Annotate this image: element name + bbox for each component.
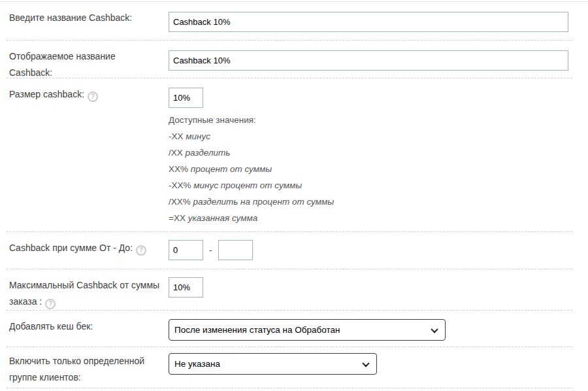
cashback-name-input[interactable] (169, 12, 568, 32)
hint-line: /XX разделить (169, 144, 572, 161)
hint-code: -XX (169, 131, 184, 141)
cashback-size-field: Доступные значения: -XX минус /XX раздел… (169, 86, 572, 226)
hint-line: -XX минус (169, 128, 572, 144)
chevron-down-icon (431, 326, 438, 333)
hint-desc: минус процент от суммы (193, 180, 302, 190)
hint-desc: минус (186, 131, 210, 141)
help-icon[interactable]: ? (88, 92, 98, 102)
sum-range-field: - (169, 240, 572, 260)
hint-code: -XX% (169, 180, 191, 190)
help-icon[interactable]: ? (45, 299, 56, 309)
hint-line: /XX% разделить на процент от суммы (169, 194, 572, 210)
hint-desc: процент от суммы (191, 164, 272, 174)
add-mode-label: Добавлять кеш бек: (9, 318, 169, 335)
hint-line: -XX% минус процент от суммы (169, 177, 572, 194)
range-from-input[interactable] (169, 240, 203, 260)
customer-group-field: Не указана (169, 353, 572, 375)
form-row-sum-range: Cashback при сумме От - До:? - (7, 232, 572, 269)
hint-code: =XX (169, 213, 186, 223)
chevron-down-icon (362, 360, 369, 367)
customer-group-label-text: Включить только определенной группе клие… (9, 356, 144, 382)
max-cashback-label: Максимальный Cashback от суммы заказа :? (9, 277, 169, 310)
hints-title: Доступные значения: (169, 112, 572, 128)
max-cashback-input[interactable] (169, 277, 203, 298)
hint-code: /XX (169, 148, 183, 158)
hint-code: /XX% (169, 197, 191, 207)
range-separator: - (209, 245, 212, 256)
help-icon[interactable]: ? (136, 245, 146, 256)
max-cashback-label-text: Максимальный Cashback от суммы заказа : (9, 280, 159, 307)
cashback-size-input[interactable] (169, 88, 203, 108)
customer-group-label: Включить только определенной группе клие… (9, 353, 169, 386)
form-row-add-mode: Добавлять кеш бек: После изменения стату… (7, 311, 572, 347)
hint-desc: разделить на процент от суммы (193, 197, 335, 207)
hint-code: XX% (169, 164, 188, 174)
sum-range-label: Cashback при сумме От - До:? (9, 240, 169, 256)
cashback-name-label-text: Введите название Cashback: (9, 12, 132, 23)
form-row-customer-group: Включить только определенной группе клие… (7, 347, 572, 388)
cashback-size-label: Размер cashback:? (9, 86, 169, 103)
form-row-cashback-size: Размер cashback:? Доступные значения: -X… (7, 78, 572, 232)
max-cashback-field (169, 277, 572, 298)
form-row-display-name: Отображаемое название Cashback: (7, 41, 572, 78)
hint-desc: указанная сумма (188, 213, 258, 223)
add-mode-label-text: Добавлять кеш бек: (9, 321, 93, 332)
cashback-name-label: Введите название Cashback: (9, 10, 169, 26)
hint-line: =XX указанная сумма (169, 210, 572, 226)
cashback-settings-form: Введите название Cashback: Отображаемое … (0, 0, 588, 391)
add-cashback-select[interactable]: После изменения статуса на Обработан (169, 319, 446, 341)
add-mode-field: После изменения статуса на Обработан (169, 318, 572, 341)
sum-range-label-text: Cashback при сумме От - До: (9, 243, 133, 253)
customer-group-select-value: Не указана (174, 359, 220, 369)
hint-line: XX% процент от суммы (169, 161, 572, 177)
form-row-max-cashback: Максимальный Cashback от суммы заказа :? (7, 269, 572, 311)
range-to-input[interactable] (218, 240, 253, 260)
display-name-field (169, 48, 572, 71)
cashback-name-field (169, 10, 572, 32)
display-name-label-text: Отображаемое название Cashback: (9, 51, 116, 78)
size-hints: Доступные значения: -XX минус /XX раздел… (169, 112, 572, 226)
form-row-cashback-name: Введите название Cashback: (7, 2, 572, 41)
customer-group-select[interactable]: Не указана (169, 353, 377, 375)
hint-desc: разделить (186, 148, 231, 158)
add-cashback-select-value: После изменения статуса на Обработан (174, 325, 340, 335)
cashback-size-label-text: Размер cashback: (9, 89, 84, 99)
display-name-label: Отображаемое название Cashback: (9, 48, 169, 81)
cashback-display-name-input[interactable] (169, 50, 568, 71)
